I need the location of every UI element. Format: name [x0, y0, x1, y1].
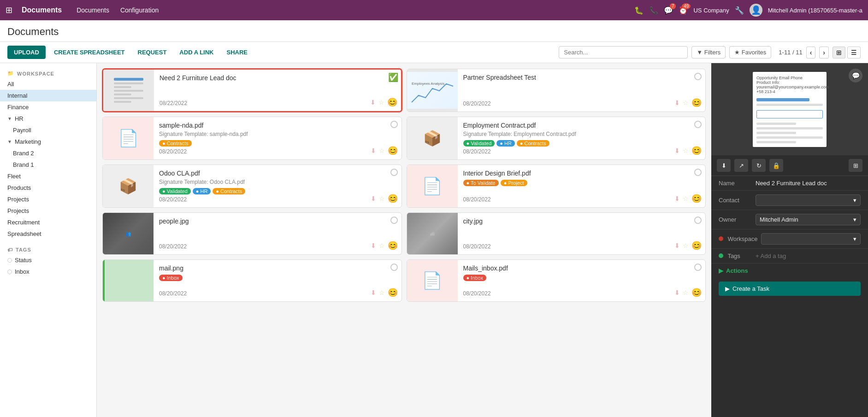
star-action-icon[interactable]: ☆ [379, 242, 385, 249]
sidebar-item-marketing[interactable]: ▼ Marketing [0, 136, 96, 147]
sidebar-item-brand2[interactable]: Brand 2 [0, 147, 96, 159]
settings-icon[interactable]: 🔧 [735, 6, 744, 15]
rp-chat-button[interactable]: 💬 [849, 69, 862, 82]
pagination-prev[interactable]: ‹ [806, 47, 816, 59]
search-input[interactable] [559, 46, 688, 59]
doc-card-employment-contract[interactable]: 📦 Employment Contract.pdf Signature Temp… [407, 117, 706, 160]
doc-card-interior-design[interactable]: 📄 Interior Design Brief.pdf ● To Validat… [407, 164, 706, 208]
doc-select-employment-contract[interactable] [694, 121, 702, 128]
star-action-icon[interactable]: ☆ [683, 242, 689, 249]
nav-documents[interactable]: Documents [73, 5, 113, 16]
doc-card-city-jpg[interactable]: 🏙 city.jpg 08/20/2022 ⬇ ☆ 😊 [407, 212, 706, 255]
rp-refresh-button[interactable]: ↻ [752, 159, 766, 172]
rp-grid-button[interactable]: ⊞ [849, 159, 862, 172]
download-action-icon[interactable]: ⬇ [674, 99, 680, 106]
user-action-icon[interactable]: 😊 [388, 288, 398, 298]
view-kanban-button[interactable]: ⊞ [833, 47, 845, 59]
create-spreadsheet-button[interactable]: CREATE SPREADSHEET [49, 46, 130, 59]
sidebar-item-internal[interactable]: Internal [0, 90, 96, 101]
apps-icon[interactable]: ⊞ [6, 5, 12, 15]
favorites-button[interactable]: ★ Favorites [729, 46, 771, 59]
rp-lock-button[interactable]: 🔒 [769, 159, 783, 172]
doc-card-need-furniture[interactable]: Need 2 Furniture Lead doc 08/22/2022 ✅ ⬇… [102, 69, 402, 112]
chat-icon[interactable]: 💬 7 [664, 6, 673, 15]
sidebar-item-brand1[interactable]: Brand 1 [0, 159, 96, 170]
sidebar-item-status[interactable]: Status [0, 254, 96, 266]
user-name[interactable]: Mitchell Admin (18570655-master-a [768, 7, 862, 14]
user-action-icon[interactable]: 😊 [388, 194, 398, 204]
star-action-icon[interactable]: ☆ [379, 147, 385, 154]
star-action-icon[interactable]: ☆ [379, 289, 385, 296]
doc-card-partner-spreadsheet[interactable]: Employees Analysis Partner Spreadsheet T… [407, 69, 706, 112]
star-action-icon[interactable]: ☆ [683, 195, 689, 202]
user-action-icon[interactable]: 😊 [691, 194, 702, 204]
filter-button[interactable]: ▼ Filters [691, 46, 726, 59]
sidebar-item-all[interactable]: All [0, 78, 96, 90]
request-button[interactable]: REQUEST [133, 46, 171, 59]
company-name[interactable]: US Company [693, 7, 729, 14]
download-action-icon[interactable]: ⬇ [370, 99, 376, 106]
doc-card-odoo-cla[interactable]: 📦 Odoo CLA.pdf Signature Template: Odoo … [102, 164, 402, 208]
doc-card-mail-png[interactable]: mail.png ● Inbox 08/20/2022 ⬇ ☆ 😊 [102, 259, 402, 302]
doc-select-interior-design[interactable] [694, 169, 702, 176]
rp-tags-input[interactable] [756, 253, 861, 259]
star-action-icon[interactable]: ☆ [683, 289, 689, 296]
doc-select-mails-inbox[interactable] [694, 264, 702, 271]
doc-select-people-jpg[interactable] [390, 217, 398, 224]
user-action-icon[interactable]: 😊 [691, 98, 702, 108]
download-action-icon[interactable]: ⬇ [674, 242, 680, 249]
download-action-icon[interactable]: ⬇ [371, 242, 376, 249]
doc-select-partner-spreadsheet[interactable] [694, 73, 702, 80]
sidebar-item-recruitment[interactable]: Recruitment [0, 217, 96, 228]
download-action-icon[interactable]: ⬇ [674, 289, 680, 296]
nav-configuration[interactable]: Configuration [117, 5, 162, 16]
bug-icon[interactable]: 🐛 [634, 6, 644, 15]
user-avatar[interactable]: 👤 [750, 4, 762, 17]
doc-card-sample-nda[interactable]: 📄 sample-nda.pdf Signature Template: sam… [102, 117, 402, 160]
sidebar-item-hr[interactable]: ▼ HR [0, 113, 96, 124]
rp-owner-dropdown[interactable]: Mitchell Admin ▾ [756, 214, 861, 225]
rp-download-button[interactable]: ⬇ [717, 159, 731, 172]
doc-select-sample-nda[interactable] [390, 121, 398, 128]
download-action-icon[interactable]: ⬇ [371, 147, 376, 154]
rp-contact-dropdown[interactable]: ▾ [756, 194, 861, 206]
download-action-icon[interactable]: ⬇ [674, 195, 680, 202]
add-link-button[interactable]: ADD A LINK [175, 46, 218, 59]
user-action-icon[interactable]: 😊 [388, 241, 398, 251]
pagination-next[interactable]: › [819, 47, 829, 59]
view-list-button[interactable]: ☰ [847, 47, 861, 59]
download-action-icon[interactable]: ⬇ [371, 195, 376, 202]
sidebar-item-finance[interactable]: Finance [0, 101, 96, 113]
doc-card-mails-inbox[interactable]: 📄 Mails_inbox.pdf ● Inbox 08/20/2022 ⬇ ☆… [407, 259, 706, 302]
phone-icon[interactable]: 📞 [649, 6, 658, 15]
download-action-icon[interactable]: ⬇ [371, 289, 376, 296]
create-task-button[interactable]: ▶ Create a Task [719, 282, 861, 296]
clock-icon[interactable]: ⏰ 49 [679, 6, 688, 15]
sidebar-item-products[interactable]: Products [0, 182, 96, 194]
sidebar-item-spreadsheet[interactable]: Spreadsheet [0, 228, 96, 240]
sidebar-item-fleet[interactable]: Fleet [0, 170, 96, 182]
share-button[interactable]: SHARE [222, 46, 253, 59]
doc-select-city-jpg[interactable] [694, 217, 702, 224]
user-action-icon[interactable]: 😊 [387, 97, 397, 107]
sidebar-item-projects1[interactable]: Projects [0, 194, 96, 205]
user-action-icon[interactable]: 😊 [691, 241, 702, 251]
upload-button[interactable]: UPLOAD [7, 46, 46, 59]
star-action-icon[interactable]: ☆ [683, 147, 689, 154]
user-action-icon[interactable]: 😊 [691, 146, 702, 156]
star-action-icon[interactable]: ☆ [378, 99, 384, 106]
rp-share-button[interactable]: ↗ [734, 159, 748, 172]
star-action-icon[interactable]: ☆ [683, 99, 689, 106]
rp-workspace-dropdown[interactable]: ▾ [761, 233, 861, 245]
download-action-icon[interactable]: ⬇ [674, 147, 680, 154]
star-action-icon[interactable]: ☆ [379, 195, 385, 202]
doc-card-people-jpg[interactable]: 👥 people.jpg 08/20/2022 ⬇ ☆ 😊 [102, 212, 402, 255]
doc-select-odoo-cla[interactable] [390, 169, 398, 176]
sidebar-item-payroll[interactable]: Payroll [0, 124, 96, 136]
rp-actions-section[interactable]: ▶ Actions [711, 264, 868, 278]
user-action-icon[interactable]: 😊 [388, 146, 398, 156]
sidebar-item-projects2[interactable]: Projects [0, 205, 96, 217]
sidebar-item-inbox[interactable]: Inbox [0, 266, 96, 277]
doc-select-mail-png[interactable] [390, 264, 398, 271]
user-action-icon[interactable]: 😊 [691, 288, 702, 298]
